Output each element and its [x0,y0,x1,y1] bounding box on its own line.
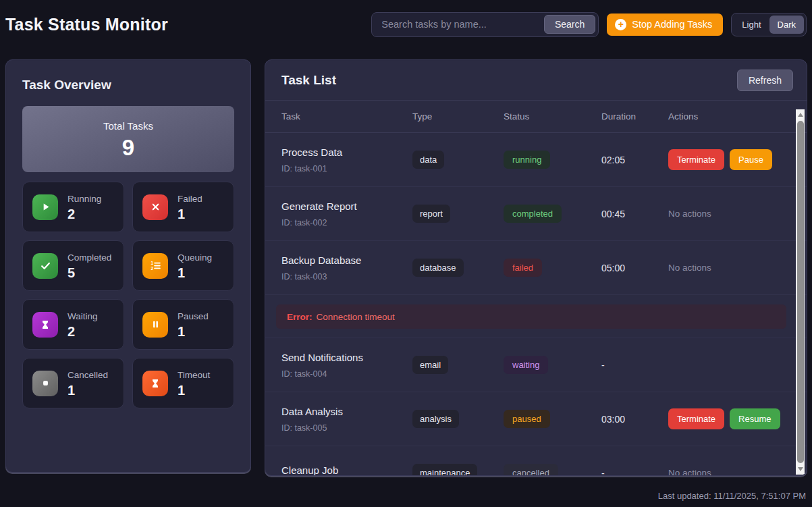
type-cell: database [412,259,504,277]
table-header-row: TaskTypeStatusDurationActions [265,101,807,133]
table-body: Process DataID: task-001datarunning02:05… [265,133,807,475]
search-button[interactable]: Search [544,15,595,34]
pause-button[interactable]: Pause [730,149,772,170]
status-chip: cancelled [504,464,558,475]
scrollbar[interactable] [796,109,805,475]
total-tasks-card: Total Tasks 9 [22,106,234,172]
terminate-button[interactable]: Terminate [668,408,724,429]
stat-count: 2 [67,207,101,221]
duration-cell: - [601,360,668,371]
status-cell: paused [504,410,601,428]
stop-adding-tasks-button[interactable]: + Stop Adding Tasks [607,14,723,36]
stat-card-timeout: Timeout1 [132,358,234,408]
stat-card-cancelled: Cancelled1 [22,358,124,408]
search-input[interactable] [372,19,544,30]
x-icon [142,194,168,220]
stat-count: 2 [67,325,98,338]
status-cell: completed [504,205,601,223]
stat-label: Waiting [67,311,98,321]
task-cell: Process DataID: task-001 [281,146,412,174]
task-title: Process Data [281,146,412,158]
task-list-panel: Task List Refresh TaskTypeStatusDuration… [265,59,807,476]
status-cell: failed [504,259,601,277]
type-cell: data [412,151,504,169]
status-chip: paused [504,410,550,428]
task-cell: Generate ReportID: task-002 [281,201,412,228]
last-updated-text: Last updated: 11/11/2025, 7:51:07 PM [658,491,806,501]
stat-card-completed: Completed5 [22,240,124,291]
terminate-button[interactable]: Terminate [668,149,724,170]
stat-label: Timeout [178,370,210,380]
column-header-type: Type [412,111,504,122]
stat-label: Failed [178,194,202,204]
app-header: Task Status Monitor Search + Stop Adding… [0,0,812,49]
footer: Last updated: 11/11/2025, 7:51:07 PM [0,476,812,501]
theme-light-button[interactable]: Light [734,16,769,34]
status-cell: cancelled [504,464,601,475]
hourglass-icon [142,371,168,396]
type-chip: maintenance [412,464,477,475]
stat-count: 1 [178,207,202,221]
stat-label: Queuing [178,252,212,263]
stat-label: Cancelled [67,370,108,380]
header-controls: Search + Stop Adding Tasks Light Dark [371,12,807,37]
actions-cell: No actions [668,468,786,475]
type-chip: report [412,205,450,223]
task-title: Cleanup Job [281,464,412,476]
stat-text: Running2 [67,194,101,221]
duration-cell: 02:05 [601,155,668,165]
hourglass-icon [32,312,58,338]
stat-text: Completed5 [67,252,111,279]
no-actions-label: No actions [668,209,711,219]
status-cell: waiting [504,356,601,374]
task-overview-panel: Task Overview Total Tasks 9 Running2Fail… [5,59,251,473]
task-list-header: Task List Refresh [265,60,807,101]
actions-cell: TerminatePause [668,149,786,170]
task-row: Generate ReportID: task-002reportcomplet… [265,187,807,241]
stat-count: 1 [178,383,210,397]
no-actions-label: No actions [668,468,711,475]
actions-cell: No actions [668,263,786,273]
pause-icon [142,312,168,338]
stat-text: Failed1 [178,194,202,221]
plus-icon: + [615,19,626,30]
status-chip: waiting [504,356,548,374]
stat-count: 5 [67,266,111,279]
task-row: Send NotificationsID: task-004emailwaiti… [265,338,807,392]
stat-card-running: Running2 [22,182,124,232]
task-title: Send Notifications [281,352,412,363]
theme-dark-button[interactable]: Dark [769,16,804,34]
stat-card-waiting: Waiting2 [22,299,124,350]
type-chip: email [412,356,448,374]
stat-count: 1 [178,266,212,279]
task-row: Backup DatabaseID: task-003databasefaile… [265,241,807,295]
theme-toggle: Light Dark [731,13,807,36]
resume-button[interactable]: Resume [730,408,780,429]
actions-cell: No actions [668,209,786,219]
task-cell: Send NotificationsID: task-004 [281,352,412,379]
stat-count: 1 [67,383,108,397]
column-header-status: Status [504,111,601,122]
stat-text: Timeout1 [178,370,210,397]
duration-cell: 05:00 [601,263,668,273]
duration-cell: - [601,468,668,476]
play-icon [32,194,58,220]
scrollbar-down-arrow-icon[interactable] [798,467,803,471]
task-id: ID: task-001 [281,164,412,174]
scrollbar-thumb[interactable] [797,121,804,463]
column-header-duration: Duration [601,111,668,122]
list-icon: 12 [142,253,168,279]
total-tasks-label: Total Tasks [103,120,153,132]
svg-text:1: 1 [151,261,153,265]
refresh-button[interactable]: Refresh [737,70,793,91]
task-row: Cleanup Jobmaintenancecancelled-No actio… [265,446,807,475]
stat-text: Queuing1 [178,252,212,279]
task-title: Generate Report [281,201,412,212]
task-row: Process DataID: task-001datarunning02:05… [265,133,807,187]
square-icon [32,371,58,396]
scrollbar-up-arrow-icon[interactable] [798,113,803,117]
task-table-scroll-region: TaskTypeStatusDurationActions Process Da… [265,101,807,475]
task-id: ID: task-005 [281,423,412,433]
column-header-actions: Actions [668,111,786,122]
task-id: ID: task-004 [281,369,412,379]
